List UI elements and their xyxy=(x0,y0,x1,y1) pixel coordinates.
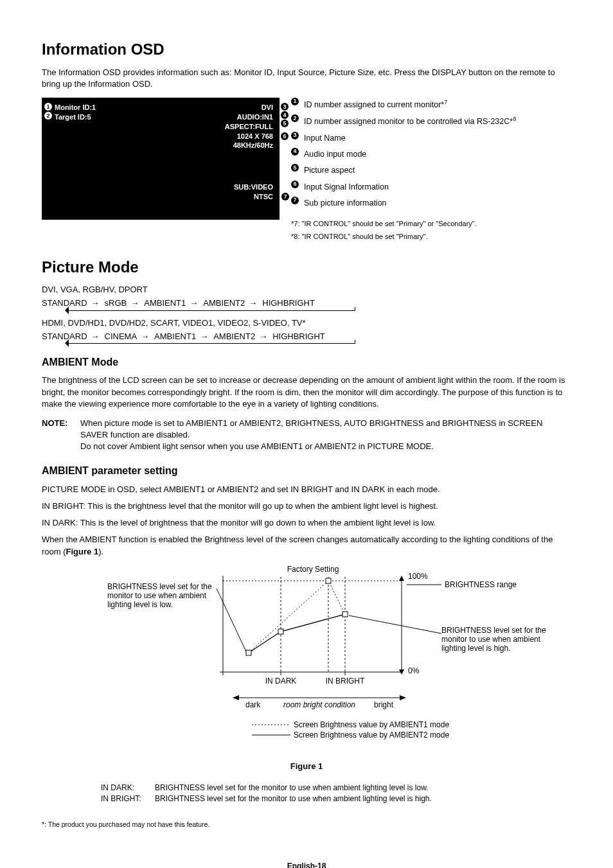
heading-ambient-param: AMBIENT parameter setting xyxy=(42,464,571,478)
pm2-ambient1: AMBIENT1 xyxy=(154,331,208,342)
legend-1-icon: 1 xyxy=(291,98,299,105)
legend-7-icon: 7 xyxy=(291,197,299,204)
osd-r2: AUDIO:IN1 xyxy=(225,112,273,122)
callout-3-icon: 3 xyxy=(281,103,289,111)
osd-box: 1 2 Monitor ID:1 Target ID:5 DVI AUDIO:I… xyxy=(42,98,280,220)
pm2-highbright: HIGHBRIGHT xyxy=(272,331,325,342)
pm1-ambient2: AMBIENT2 xyxy=(203,297,257,309)
svg-marker-9 xyxy=(399,576,404,581)
fig-leg1: Screen Brightness value by AMBIENT1 mode xyxy=(294,720,449,729)
legend-1-text: ID number assigned to current monitor*7 xyxy=(304,98,447,112)
fig-indark-label: IN DARK xyxy=(265,677,297,686)
picmode-inputs-2: HDMI, DVD/HD1, DVD/HD2, SCART, VIDEO1, V… xyxy=(42,317,571,329)
footnote-7: *7: "IR CONTROL" should be set "Primary"… xyxy=(291,218,516,231)
param-p3: IN DARK: This is the level of brightness… xyxy=(42,517,571,529)
def-indark-val: BRIGHTNESS level set for the monitor to … xyxy=(155,783,429,793)
legend-3-icon: 3 xyxy=(291,132,299,139)
osd-monitor-id: Monitor ID:1 xyxy=(55,103,96,112)
figure-1-wrapper: 100% 0% IN DARK IN BRIGHT Factory Settin… xyxy=(42,563,571,772)
osd-left-callouts: 1 2 xyxy=(44,103,54,120)
param-p4: When the AMBIENT function is enabled the… xyxy=(42,534,571,557)
legend-7-text: Sub picture information xyxy=(304,197,387,210)
fig-bright-label: bright xyxy=(374,700,394,709)
callout-7-icon: 7 xyxy=(281,193,289,200)
fig-room-label: room bright condition xyxy=(283,700,355,709)
legend-2-icon: 2 xyxy=(291,114,299,122)
note-label: NOTE: xyxy=(42,418,74,453)
info-osd-row: 1 2 Monitor ID:1 Target ID:5 DVI AUDIO:I… xyxy=(42,98,571,244)
figure-caption: Figure 1 xyxy=(42,761,571,772)
note-body-1: When picture mode is set to AMBIENT1 or … xyxy=(80,418,571,441)
footnote-8: *8: "IR CONTROL" should be set "Primary"… xyxy=(291,231,516,244)
callout-4-icon: 4 xyxy=(281,111,289,119)
pm1-ambient1: AMBIENT1 xyxy=(144,297,198,309)
in-dark-bright-defs: IN DARK:BRIGHTNESS level set for the mon… xyxy=(101,783,512,804)
heading-picture-mode: Picture Mode xyxy=(42,256,571,278)
osd-right-text: DVI AUDIO:IN1 ASPECT:FULL 1024 X 768 48K… xyxy=(225,103,273,150)
osd-r5: 48KHz/60Hz xyxy=(225,141,273,150)
osd-sub2: NTSC xyxy=(234,192,273,202)
fig-inbright-label: IN BRIGHT xyxy=(326,677,365,686)
svg-rect-11 xyxy=(246,650,251,655)
fig-0pct: 0% xyxy=(408,666,420,675)
svg-line-20 xyxy=(349,616,441,633)
callout-5-icon: 5 xyxy=(281,120,289,127)
ambient-note: NOTE: When picture mode is set to AMBIEN… xyxy=(42,418,571,453)
legend-2-text: ID number assigned monitor to be control… xyxy=(304,114,516,128)
fig-range-label: BRIGHTNESS range xyxy=(445,580,517,589)
osd-r1: DVI xyxy=(225,103,273,112)
fig-right-annot: BRIGHTNESS level set for the monitor to … xyxy=(441,626,554,653)
return-arrow-2 xyxy=(66,343,355,344)
legend-6-text: Input Signal Information xyxy=(304,181,389,194)
pm1-highbright: HIGHBRIGHT xyxy=(262,297,315,309)
osd-right-callouts: 3 4 5 6 xyxy=(281,103,291,140)
legend-6-icon: 6 xyxy=(291,181,299,188)
def-indark-label: IN DARK: xyxy=(101,783,152,793)
callout-2-icon: 2 xyxy=(44,112,52,120)
def-inbright-val: BRIGHTNESS level set for the monitor to … xyxy=(155,793,432,804)
callout-7-wrap: 7 xyxy=(281,191,291,202)
note-body: When picture mode is set to AMBIENT1 or … xyxy=(80,418,571,453)
pm2-ambient2: AMBIENT2 xyxy=(213,331,267,342)
picmode-inputs-1: DVI, VGA, RGB/HV, DPORT xyxy=(42,284,571,296)
osd-sub-text: SUB:VIDEO NTSC xyxy=(234,182,273,202)
svg-marker-17 xyxy=(400,695,406,700)
osd-top-text: Monitor ID:1 Target ID:5 xyxy=(55,103,96,123)
info-osd-intro: The Information OSD provides information… xyxy=(42,67,571,90)
pm2-cinema: CINEMA xyxy=(105,331,150,342)
legend-3-text: Input Name xyxy=(304,132,346,145)
osd-r3: ASPECT:FULL xyxy=(225,122,273,132)
fig-left-annot: BRIGHTNESS level set for the monitor to … xyxy=(107,582,217,609)
picmode-chain-1: STANDARD sRGB AMBIENT1 AMBIENT2 HIGHBRIG… xyxy=(42,297,571,309)
osd-r4: 1024 X 768 xyxy=(225,132,273,141)
def-inbright-label: IN BRIGHT: xyxy=(101,793,152,804)
pm1-standard: STANDARD xyxy=(42,297,100,309)
osd-sub1: SUB:VIDEO xyxy=(234,182,273,192)
figure-1-chart: 100% 0% IN DARK IN BRIGHT Factory Settin… xyxy=(56,563,557,756)
heading-ambient-mode: AMBIENT Mode xyxy=(42,355,571,369)
note-body-2: Do not cover Ambient light sensor when y… xyxy=(80,441,571,452)
svg-rect-13 xyxy=(326,578,331,583)
fig-dark-label: dark xyxy=(245,700,261,709)
fig-factory-label: Factory Setting xyxy=(287,565,339,574)
osd-legend: 1ID number assigned to current monitor*7… xyxy=(291,98,516,244)
legend-footnotes: *7: "IR CONTROL" should be set "Primary"… xyxy=(291,218,516,244)
fig-100pct: 100% xyxy=(408,572,428,581)
fig-leg2: Screen Brightness value by AMBIENT2 mode xyxy=(294,731,449,740)
svg-marker-16 xyxy=(233,695,239,700)
callout-6-icon: 6 xyxy=(281,132,289,140)
legend-5-icon: 5 xyxy=(291,164,299,172)
return-arrow-1 xyxy=(66,310,355,311)
legend-5-text: Picture aspect xyxy=(304,164,355,177)
svg-line-18 xyxy=(217,589,246,651)
svg-rect-12 xyxy=(278,629,283,634)
osd-box-wrapper: 1 2 Monitor ID:1 Target ID:5 DVI AUDIO:I… xyxy=(42,98,280,220)
picmode-chain-2: STANDARD CINEMA AMBIENT1 AMBIENT2 HIGHBR… xyxy=(42,331,571,342)
page-number: English-18 xyxy=(42,861,571,868)
callout-1-icon: 1 xyxy=(44,103,52,111)
ambient-body-text: The brightness of the LCD screen can be … xyxy=(42,375,571,410)
legend-4-icon: 4 xyxy=(291,148,299,155)
footnote-star: *: The product you purchased may not hav… xyxy=(42,820,571,829)
param-p1: PICTURE MODE in OSD, select AMBIENT1 or … xyxy=(42,484,571,495)
osd-target-id: Target ID:5 xyxy=(55,112,96,122)
